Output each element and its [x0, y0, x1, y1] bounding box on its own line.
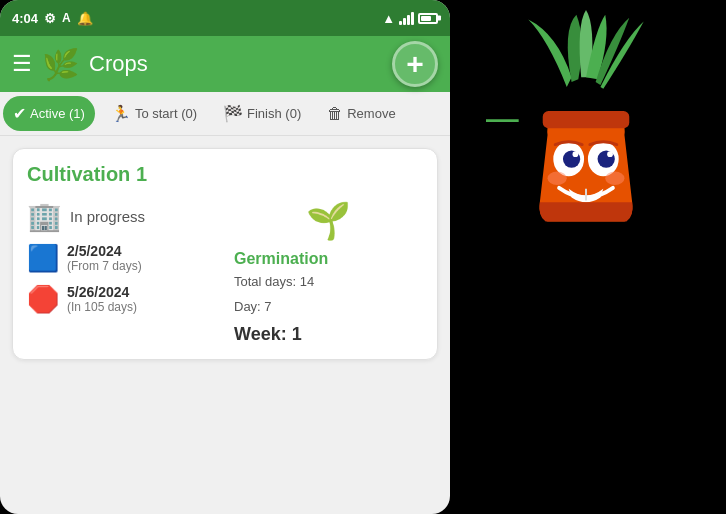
svg-point-7 [548, 172, 567, 185]
tostart-tab-label: To start (0) [135, 106, 197, 121]
time-display: 4:04 [12, 11, 38, 26]
plant-leaves [528, 10, 643, 89]
gear-icon: ⚙ [44, 11, 56, 26]
active-tab-label: Active (1) [30, 106, 85, 121]
start-date: 2/5/2024 [67, 243, 142, 259]
svg-rect-0 [543, 111, 630, 128]
end-date: 5/26/2024 [67, 284, 137, 300]
start-date-row: 🟦 2/5/2024 (From 7 days) [27, 243, 216, 274]
notification-icon: 🔔 [77, 11, 93, 26]
svg-point-6 [607, 151, 613, 157]
svg-point-5 [573, 151, 579, 157]
card-body: 🏢 In progress 🟦 2/5/2024 (From 7 days) 🛑 [27, 200, 423, 345]
content-area: Cultivation 1 🏢 In progress 🟦 2/5/2024 (… [0, 136, 450, 372]
cultivation-title: Cultivation 1 [27, 163, 423, 186]
finish-tab-label: Finish (0) [247, 106, 301, 121]
germination-title: Germination [234, 250, 423, 268]
tab-active[interactable]: ✔ Active (1) [3, 96, 95, 131]
card-right: 🌱 Germination Total days: 14 Day: 7 Week… [226, 200, 423, 345]
remove-tab-label: Remove [347, 106, 395, 121]
tab-remove[interactable]: 🗑 Remove [317, 96, 405, 131]
battery-icon [418, 13, 438, 24]
total-days: Total days: 14 [234, 272, 423, 293]
status-icons: ▲ [382, 11, 438, 26]
cultivation-card: Cultivation 1 🏢 In progress 🟦 2/5/2024 (… [12, 148, 438, 360]
status-row: 🏢 In progress [27, 200, 216, 233]
hamburger-menu-icon[interactable]: ☰ [12, 51, 32, 77]
card-left: 🏢 In progress 🟦 2/5/2024 (From 7 days) 🛑 [27, 200, 216, 345]
tab-bar: ✔ Active (1) 🏃 To start (0) 🏁 Finish (0)… [0, 92, 450, 136]
start-date-sub: (From 7 days) [67, 259, 142, 273]
end-date-sub: (In 105 days) [67, 300, 137, 314]
tostart-tab-icon: 🏃 [111, 104, 131, 123]
active-tab-icon: ✔ [13, 104, 26, 123]
add-button[interactable]: + [392, 41, 438, 87]
end-date-row: 🛑 5/26/2024 (In 105 days) [27, 284, 216, 315]
status-bar: 4:04 ⚙ A 🔔 ▲ [0, 0, 450, 36]
mascot-character [486, 10, 706, 270]
app-title: Crops [89, 51, 382, 77]
tab-finish[interactable]: 🏁 Finish (0) [213, 96, 311, 131]
building-icon: 🏢 [27, 200, 62, 233]
a-icon: A [62, 11, 71, 25]
tab-tostart[interactable]: 🏃 To start (0) [101, 96, 207, 131]
finish-tab-icon: 🏁 [223, 104, 243, 123]
day-label: Day: 7 [234, 297, 423, 318]
stop-icon: 🛑 [27, 284, 59, 315]
signal-icon [399, 11, 414, 25]
top-bar: ☰ 🌿 Crops + [0, 36, 450, 92]
start-date-info: 2/5/2024 (From 7 days) [67, 243, 142, 273]
end-date-info: 5/26/2024 (In 105 days) [67, 284, 137, 314]
crops-folder-icon: 🌿 [42, 47, 79, 82]
remove-tab-icon: 🗑 [327, 105, 343, 123]
svg-point-8 [605, 172, 624, 185]
start-icon: 🟦 [27, 243, 59, 274]
wifi-icon: ▲ [382, 11, 395, 26]
plant-icon: 🌱 [234, 200, 423, 242]
in-progress-label: In progress [70, 208, 145, 225]
phone-screen: 4:04 ⚙ A 🔔 ▲ ☰ 🌿 Crops + [0, 0, 450, 514]
week-label: Week: 1 [234, 324, 423, 345]
